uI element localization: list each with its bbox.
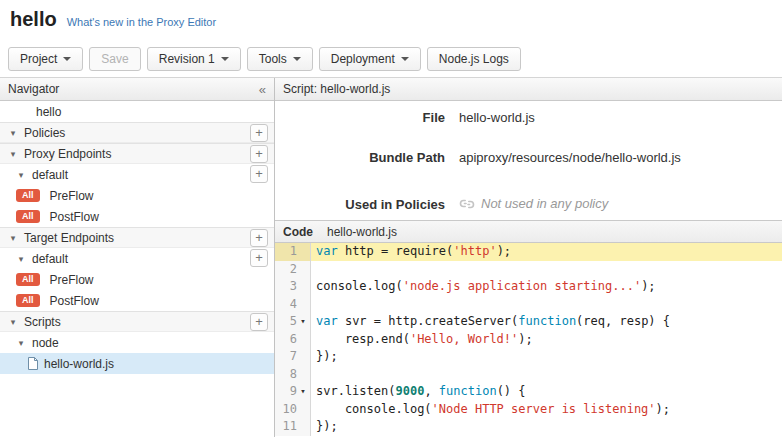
- fold-spacer: [297, 243, 309, 261]
- code-token: function: [518, 314, 576, 328]
- tools-menu-button[interactable]: Tools: [247, 47, 313, 71]
- add-policies-button[interactable]: +: [250, 124, 268, 142]
- disclosure-triangle-icon[interactable]: ▾: [16, 170, 26, 180]
- code-line-text[interactable]: var http = require('http');: [311, 243, 782, 261]
- code-line-text[interactable]: });: [311, 348, 782, 366]
- nav-section-policies[interactable]: ▾Policies+: [0, 122, 274, 143]
- fold-arrow-icon[interactable]: ▾: [297, 383, 309, 401]
- nav-section-proxy-endpoints[interactable]: ▾Proxy Endpoints+: [0, 143, 274, 164]
- gutter-cell: 4: [275, 296, 311, 314]
- gutter-cell: 5▾: [275, 313, 311, 331]
- nav-flow-preflow[interactable]: AllPreFlow: [0, 185, 274, 206]
- nav-flow-postflow[interactable]: AllPostFlow: [0, 206, 274, 227]
- fold-spacer: [297, 296, 309, 314]
- code-line-text[interactable]: var svr = http.createServer(function(req…: [311, 313, 782, 331]
- code-token: });: [316, 419, 338, 433]
- disclosure-triangle-icon[interactable]: ▾: [8, 233, 18, 243]
- used-in-policies-field-label: Used in Policies: [275, 197, 445, 212]
- nav-subsection-default[interactable]: ▾default+: [0, 248, 274, 269]
- revision-menu-button[interactable]: Revision 1: [147, 47, 241, 71]
- code-header-filename: hello-world.js: [327, 225, 397, 239]
- nav-row-label: node: [32, 336, 59, 350]
- nav-file-hello-world.js[interactable]: hello-world.js: [0, 353, 274, 374]
- nav-row-label: PreFlow: [50, 273, 94, 287]
- file-icon: [28, 357, 38, 370]
- script-panel-header: Script: hello-world.js: [275, 78, 782, 101]
- code-line-text[interactable]: [311, 366, 782, 384]
- add-default-button[interactable]: +: [250, 165, 268, 183]
- code-token: 'Hello, World!': [410, 332, 518, 346]
- nav-flow-postflow[interactable]: AllPostFlow: [0, 290, 274, 311]
- nav-row-label: PreFlow: [50, 189, 94, 203]
- disclosure-triangle-icon[interactable]: ▾: [16, 338, 26, 348]
- add-scripts-button[interactable]: +: [250, 313, 268, 331]
- code-editor[interactable]: 1var http = require('http');23console.lo…: [275, 243, 782, 437]
- code-token: 'node.js application starting...': [403, 279, 641, 293]
- nav-subsection-node[interactable]: ▾node: [0, 332, 274, 353]
- nav-row-label: PostFlow: [50, 210, 99, 224]
- tools-menu-label: Tools: [259, 52, 287, 66]
- disclosure-triangle-icon[interactable]: ▾: [8, 149, 18, 159]
- nav-flow-preflow[interactable]: AllPreFlow: [0, 269, 274, 290]
- nav-section-target-endpoints[interactable]: ▾Target Endpoints+: [0, 227, 274, 248]
- code-token: svr.listen(: [316, 384, 395, 398]
- code-token: http = require(: [338, 244, 454, 258]
- navigator-panel: Navigator « hello▾Policies+▾Proxy Endpoi…: [0, 78, 275, 437]
- code-line: 4: [275, 296, 782, 314]
- used-in-policies-text: Not used in any policy: [481, 196, 608, 211]
- code-line-text[interactable]: [311, 261, 782, 279]
- code-line: 3console.log('node.js application starti…: [275, 278, 782, 296]
- code-token: });: [316, 349, 338, 363]
- code-line-text[interactable]: });: [311, 418, 782, 436]
- code-line: 2: [275, 261, 782, 279]
- disclosure-triangle-icon[interactable]: ▾: [8, 317, 18, 327]
- code-token: );: [497, 244, 511, 258]
- navigator-tree: hello▾Policies+▾Proxy Endpoints+▾default…: [0, 101, 274, 437]
- nav-item-hello[interactable]: hello: [0, 101, 274, 122]
- nodejs-logs-button[interactable]: Node.js Logs: [427, 47, 521, 71]
- line-number: 11: [275, 418, 297, 436]
- fold-arrow-icon[interactable]: ▾: [297, 313, 309, 331]
- bundle-path-field-label: Bundle Path: [275, 150, 445, 165]
- disclosure-triangle-icon[interactable]: ▾: [8, 128, 18, 138]
- fold-spacer: [297, 261, 309, 279]
- code-token: svr = http.createServer(: [338, 314, 519, 328]
- file-field: File hello-world.js: [275, 110, 782, 126]
- deployment-menu-label: Deployment: [331, 52, 395, 66]
- add-default-button[interactable]: +: [250, 249, 268, 267]
- project-menu-label: Project: [20, 52, 57, 66]
- gutter-cell: 6: [275, 331, 311, 349]
- code-token: var: [316, 244, 338, 258]
- code-token: );: [518, 332, 532, 346]
- nav-row-label: Target Endpoints: [24, 231, 114, 245]
- nav-row-label: hello: [6, 105, 61, 119]
- code-line-text[interactable]: resp.end('Hello, World!');: [311, 331, 782, 349]
- whats-new-link[interactable]: What's new in the Proxy Editor: [67, 16, 216, 28]
- project-menu-button[interactable]: Project: [8, 47, 83, 71]
- code-token: 'Node HTTP server is listening': [432, 402, 656, 416]
- add-target-endpoints-button[interactable]: +: [250, 229, 268, 247]
- revision-menu-label: Revision 1: [159, 52, 215, 66]
- deployment-menu-button[interactable]: Deployment: [319, 47, 421, 71]
- file-field-label: File: [275, 110, 445, 125]
- code-line-text[interactable]: console.log('Node HTTP server is listeni…: [311, 401, 782, 419]
- add-proxy-endpoints-button[interactable]: +: [250, 145, 268, 163]
- nav-section-scripts[interactable]: ▾Scripts+: [0, 311, 274, 332]
- save-button[interactable]: Save: [89, 47, 140, 71]
- caret-down-icon: [63, 57, 71, 61]
- gutter-cell: 3: [275, 278, 311, 296]
- gutter-cell: 8: [275, 366, 311, 384]
- code-line-text[interactable]: [311, 296, 782, 314]
- collapse-navigator-button[interactable]: «: [259, 82, 266, 97]
- code-line: 11});: [275, 418, 782, 436]
- code-line: 10 console.log('Node HTTP server is list…: [275, 401, 782, 419]
- flow-condition-badge: All: [16, 189, 40, 202]
- disclosure-triangle-icon[interactable]: ▾: [16, 254, 26, 264]
- nav-subsection-default[interactable]: ▾default+: [0, 164, 274, 185]
- code-line-text[interactable]: console.log('node.js application startin…: [311, 278, 782, 296]
- file-field-value: hello-world.js: [459, 110, 535, 125]
- flow-condition-badge: All: [16, 294, 40, 307]
- broken-link-icon: [459, 199, 475, 209]
- line-number: 8: [275, 366, 297, 384]
- code-line-text[interactable]: svr.listen(9000, function() {: [311, 383, 782, 401]
